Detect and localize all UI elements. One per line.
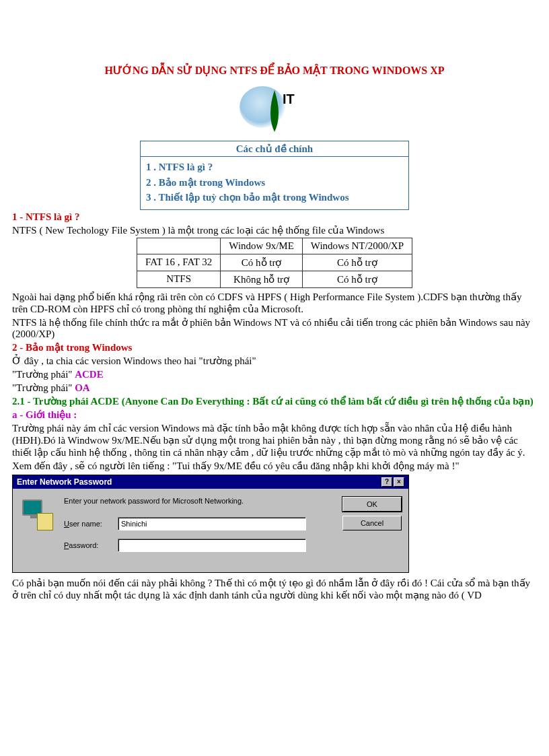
table-cell: Có hỗ trợ	[302, 254, 412, 271]
password-field[interactable]	[118, 539, 306, 552]
computer-icon	[22, 500, 54, 532]
table-cell: Có hỗ trợ	[302, 271, 412, 287]
dialog-title-text: Enter Network Password	[17, 477, 112, 487]
section2-p2: Trường phái này ám chỉ các version Windo…	[12, 422, 537, 458]
section2-subheading: 2.1 - Trường phái ACDE (Anyone Can Do Ev…	[12, 396, 534, 407]
toc-item[interactable]: 3 . Thiết lập tuỳ chọn bảo mật trong Win…	[146, 190, 403, 205]
logo-container: IT	[12, 83, 537, 137]
username-field[interactable]	[118, 517, 306, 530]
line-acde: "Trường phái" ACDE	[12, 368, 537, 380]
page-title: HƯỚNG DẪN SỬ DỤNG NTFS ĐỂ BẢO MẬT TRONG …	[12, 64, 537, 77]
section2-heading: 2 - Bảo mật trong Windows	[12, 342, 132, 353]
intro-a-label: a - Giới thiệu :	[12, 409, 77, 420]
close-icon[interactable]: ×	[394, 477, 404, 487]
toc-box: Các chủ đề chính 1 . NTFS là gì ? 2 . Bả…	[140, 141, 409, 210]
logo-icon: IT	[234, 83, 315, 134]
section1-heading: 1 - NTFS là gì ?	[12, 211, 79, 222]
section2-p3: Xem đến đây , sẽ có người lên tiếng : "T…	[12, 460, 537, 472]
toc-body: 1 . NTFS là gì ? 2 . Bảo mật trong Windo…	[141, 157, 408, 209]
dialog-titlebar: Enter Network Password ? ×	[13, 475, 408, 489]
username-label: User name:	[64, 520, 118, 528]
section1-intro: NTFS ( New Techology File System ) là mộ…	[12, 224, 537, 236]
password-label: Password:	[64, 541, 118, 549]
help-icon[interactable]: ?	[381, 477, 392, 487]
toc-item[interactable]: 2 . Bảo mật trong Windows	[146, 175, 403, 191]
section1-p1: Ngoài hai dạng phổ biến khá rộng rãi trê…	[12, 291, 537, 315]
ok-button[interactable]: OK	[342, 497, 402, 512]
compat-table: Window 9x/ME Windows NT/2000/XP FAT 16 ,…	[137, 238, 412, 288]
section2-p1: Ở đây , ta chia các version Windows theo…	[12, 355, 537, 367]
network-password-dialog: Enter Network Password ? × Enter your ne…	[12, 475, 409, 573]
dialog-message: Enter your network password for Microsof…	[64, 497, 333, 505]
toc-item[interactable]: 1 . NTFS là gì ?	[146, 160, 403, 175]
line-oa: "Trường phái" OA	[12, 382, 537, 394]
cancel-button[interactable]: Cancel	[342, 516, 402, 530]
table-row-label: FAT 16 , FAT 32	[137, 254, 221, 271]
section1-p2: NTFS là hệ thống file chính thức ra mắt …	[12, 316, 537, 340]
table-cell: Có hỗ trợ	[221, 254, 302, 271]
table-col-header: Windows NT/2000/XP	[302, 238, 412, 254]
closing-paragraph: Có phải bạn muốn nói đến cái này phải kh…	[12, 577, 537, 601]
toc-header: Các chủ đề chính	[141, 141, 408, 157]
logo-text: IT	[283, 92, 295, 107]
table-col-header: Window 9x/ME	[221, 238, 302, 254]
table-cell: Không hỗ trợ	[221, 271, 302, 287]
table-row-label: NTFS	[137, 271, 221, 287]
